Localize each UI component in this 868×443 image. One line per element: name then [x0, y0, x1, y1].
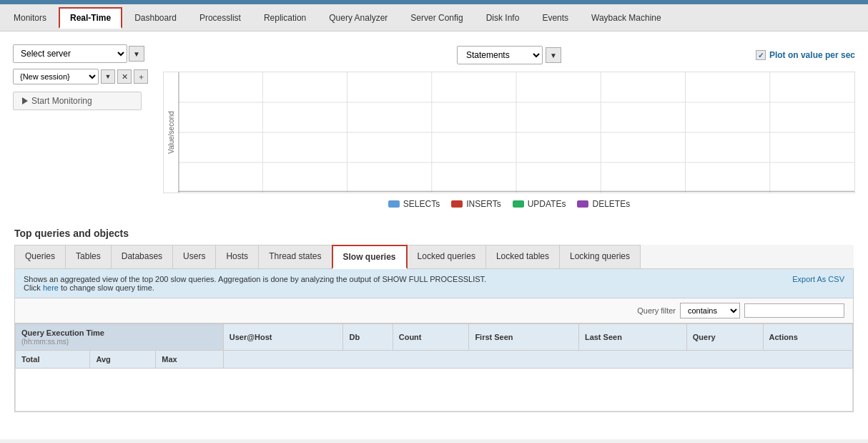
chevron-down-icon: ▼ — [550, 52, 557, 59]
statements-select[interactable]: Statements — [457, 46, 543, 64]
sub-tabs: Queries Tables Databases Users Hosts Thr… — [14, 245, 854, 269]
th-avg: Avg — [90, 351, 156, 369]
sub-tab-queries[interactable]: Queries — [14, 245, 66, 268]
sub-tab-databases[interactable]: Databases — [111, 245, 173, 268]
th-last-seen: Last Seen — [578, 324, 686, 351]
table-section: Shows an aggregated view of the top 200 … — [14, 269, 854, 412]
session-dropdown-btn[interactable]: ▼ — [101, 69, 115, 84]
session-add-btn[interactable]: ＋ — [134, 69, 148, 84]
th-total: Total — [16, 351, 90, 369]
th-user-host: User@Host — [223, 324, 343, 351]
close-icon: ✕ — [122, 72, 128, 82]
chart-area: Statements ▼ ✓ Plot on value per sec Val… — [157, 39, 861, 220]
legend-label-updates: UPDATEs — [528, 199, 566, 209]
legend-color-selects — [388, 200, 400, 208]
th-max: Max — [156, 351, 224, 369]
info-main-text: Shows an aggregated view of the top 200 … — [24, 275, 486, 283]
y-axis-label: Value/second — [164, 72, 178, 193]
top-queries-title: Top queries and objects — [14, 220, 854, 245]
tab-wayback-machine[interactable]: Wayback Machine — [581, 7, 672, 29]
th-actions: Actions — [763, 324, 853, 351]
th-query-execution-time: Query Execution Time (hh:mm:ss.ms) — [16, 324, 224, 351]
th-first-seen: First Seen — [469, 324, 579, 351]
play-icon — [22, 97, 28, 104]
chart-legend: SELECTs INSERTs UPDATEs DELETEs — [163, 193, 855, 215]
chart-grid-svg — [178, 72, 854, 193]
sub-tab-users[interactable]: Users — [172, 245, 216, 268]
plot-checkbox[interactable]: ✓ — [756, 50, 766, 60]
session-close-btn[interactable]: ✕ — [117, 69, 132, 84]
left-panel: Select server ▼ {New session} ▼ ✕ ＋ St — [7, 39, 157, 116]
legend-item-updates: UPDATEs — [513, 199, 566, 209]
plot-on-value[interactable]: ✓ Plot on value per sec — [756, 50, 855, 60]
sub-tab-slow-queries[interactable]: Slow queries — [332, 245, 408, 269]
session-select[interactable]: {New session} — [13, 69, 99, 84]
legend-color-inserts — [451, 200, 463, 208]
legend-item-deletes: DELETEs — [577, 199, 630, 209]
add-icon: ＋ — [137, 72, 145, 82]
select-server-dropdown-btn[interactable]: ▼ — [129, 46, 144, 62]
tab-monitors[interactable]: Monitors — [3, 7, 57, 29]
sub-tab-hosts[interactable]: Hosts — [215, 245, 259, 268]
chart-plot-area — [178, 72, 854, 193]
statements-select-wrapper: Statements ▼ — [457, 46, 561, 64]
tab-processlist[interactable]: Processlist — [189, 7, 252, 29]
sub-tab-tables[interactable]: Tables — [65, 245, 112, 268]
chevron-down-icon: ▼ — [105, 73, 112, 80]
tab-events[interactable]: Events — [531, 7, 579, 29]
plot-label: Plot on value per sec — [769, 50, 855, 60]
filter-input[interactable] — [744, 303, 844, 318]
chevron-down-icon: ▼ — [133, 50, 140, 58]
legend-label-selects: SELECTs — [403, 199, 440, 209]
info-bar: Shows an aggregated view of the top 200 … — [15, 269, 853, 298]
select-server-wrapper: Select server ▼ — [13, 44, 152, 63]
th-count: Count — [393, 324, 469, 351]
th-db: Db — [343, 324, 393, 351]
sub-tab-thread-states[interactable]: Thread states — [258, 245, 332, 268]
select-server[interactable]: Select server — [13, 44, 127, 63]
legend-item-inserts: INSERTs — [451, 199, 500, 209]
th-query: Query — [686, 324, 763, 351]
info-text: Shows an aggregated view of the top 200 … — [24, 275, 486, 292]
table-row-empty — [16, 369, 853, 412]
sub-tab-locked-queries[interactable]: Locked queries — [407, 245, 486, 268]
tab-disk-info[interactable]: Disk Info — [475, 7, 531, 29]
tab-realtime[interactable]: Real-Time — [59, 7, 122, 29]
start-monitoring-button[interactable]: Start Monitoring — [13, 92, 142, 110]
th-sub-label: (hh:mm:ss.ms) — [21, 338, 69, 346]
to-change-text: to change slow query time. — [59, 283, 154, 292]
chart-toolbar: Statements ▼ ✓ Plot on value per sec — [163, 44, 855, 66]
legend-label-inserts: INSERTs — [466, 199, 500, 209]
statements-dropdown-btn[interactable]: ▼ — [546, 47, 561, 63]
nav-tabs: Monitors Real-Time Dashboard Processlist… — [0, 4, 868, 31]
chart-canvas: Value/second — [163, 72, 855, 193]
tab-dashboard[interactable]: Dashboard — [124, 7, 187, 29]
tab-server-config[interactable]: Server Config — [400, 7, 473, 29]
tab-query-analyzer[interactable]: Query Analyzer — [318, 7, 398, 29]
legend-color-updates — [513, 200, 524, 208]
filter-bar: Query filter contains starts with ends w… — [15, 298, 853, 323]
click-text: Click — [24, 283, 43, 292]
filter-select[interactable]: contains starts with ends with equals — [680, 303, 740, 318]
export-csv-link[interactable]: Export As CSV — [792, 275, 844, 283]
session-row: {New session} ▼ ✕ ＋ — [13, 69, 152, 84]
main-content: Select server ▼ {New session} ▼ ✕ ＋ St — [0, 31, 868, 439]
start-monitoring-label: Start Monitoring — [31, 96, 92, 106]
legend-color-deletes — [577, 200, 588, 208]
sub-tab-locking-queries[interactable]: Locking queries — [559, 245, 641, 268]
filter-label: Query filter — [637, 306, 676, 315]
sub-tab-locked-tables[interactable]: Locked tables — [485, 245, 560, 268]
data-table: Query Execution Time (hh:mm:ss.ms) User@… — [15, 323, 853, 412]
here-link[interactable]: here — [43, 283, 59, 292]
legend-item-selects: SELECTs — [388, 199, 440, 209]
top-queries-section: Top queries and objects Queries Tables D… — [7, 220, 861, 412]
tab-replication[interactable]: Replication — [253, 7, 317, 29]
legend-label-deletes: DELETEs — [592, 199, 630, 209]
